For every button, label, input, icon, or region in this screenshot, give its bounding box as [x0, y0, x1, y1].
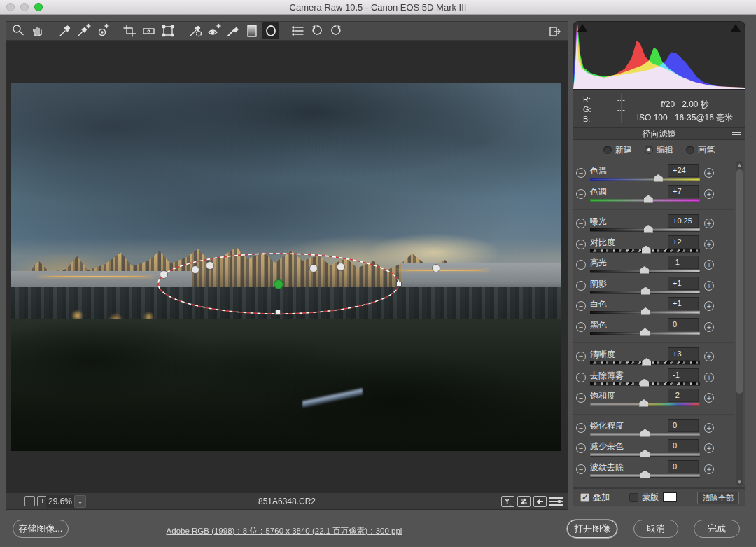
scrollbar-thumb[interactable]	[736, 169, 743, 394]
zoom-level-dropdown-icon[interactable]: ⌄	[74, 495, 86, 508]
before-after-view-button[interactable]: Y.	[501, 496, 514, 507]
increase-icon[interactable]: +	[704, 443, 714, 453]
mask-checkbox[interactable]	[629, 493, 638, 502]
increase-icon[interactable]: +	[704, 281, 714, 291]
filter-pin-selected[interactable]	[274, 280, 284, 289]
transform-tool-icon[interactable]	[159, 22, 176, 39]
scrollbar[interactable]: ▲ ▼	[736, 161, 743, 486]
slider-value-input[interactable]: +0.25	[668, 214, 699, 228]
decrease-icon[interactable]: −	[576, 189, 586, 199]
slider-track[interactable]	[590, 361, 700, 364]
slider-thumb[interactable]	[644, 225, 653, 233]
targeted-adjustment-icon[interactable]	[94, 22, 111, 39]
increase-icon[interactable]: +	[704, 240, 714, 249]
panel-menu-icon[interactable]	[732, 131, 741, 139]
slider-track[interactable]	[590, 199, 700, 202]
increase-icon[interactable]: +	[704, 301, 714, 311]
spot-removal-icon[interactable]	[186, 22, 204, 39]
red-eye-removal-icon[interactable]	[205, 22, 223, 39]
filter-resize-handle[interactable]	[276, 310, 281, 315]
slider-thumb[interactable]	[640, 471, 650, 478]
slider-thumb[interactable]	[642, 246, 651, 254]
slider-track[interactable]	[590, 332, 700, 335]
decrease-icon[interactable]: −	[576, 423, 586, 433]
slider-thumb[interactable]	[642, 358, 651, 366]
decrease-icon[interactable]: −	[576, 464, 586, 474]
slider-value-input[interactable]: 0	[668, 460, 699, 473]
slider-value-input[interactable]: +24	[668, 164, 699, 177]
increase-icon[interactable]: +	[704, 373, 714, 382]
decrease-icon[interactable]: −	[576, 281, 586, 291]
decrease-icon[interactable]: −	[576, 393, 586, 403]
slider-track[interactable]	[590, 228, 700, 231]
increase-icon[interactable]: +	[704, 168, 714, 178]
radio-icon[interactable]	[686, 146, 694, 154]
decrease-icon[interactable]: −	[576, 352, 586, 361]
zoom-tool-icon[interactable]	[10, 22, 27, 39]
increase-icon[interactable]: +	[704, 393, 714, 403]
filter-mode-option[interactable]: 画笔	[686, 144, 715, 156]
photo-preview[interactable]	[11, 83, 561, 451]
done-button[interactable]: 完成	[694, 520, 740, 538]
close-window-button[interactable]	[6, 3, 15, 11]
presets-menu-icon[interactable]	[289, 22, 307, 39]
slider-thumb[interactable]	[640, 379, 649, 387]
slider-thumb[interactable]	[641, 307, 650, 315]
slider-thumb[interactable]	[640, 266, 649, 274]
decrease-icon[interactable]: −	[576, 322, 586, 332]
decrease-icon[interactable]: −	[576, 260, 586, 270]
slider-thumb[interactable]	[644, 195, 653, 203]
slider-thumb[interactable]	[640, 450, 650, 457]
slider-value-input[interactable]: +2	[668, 235, 699, 249]
decrease-icon[interactable]: −	[576, 373, 586, 382]
slider-track[interactable]	[590, 382, 700, 385]
filter-pin[interactable]	[433, 265, 440, 272]
scroll-up-icon[interactable]: ▲	[736, 162, 743, 168]
slider-track[interactable]	[590, 433, 700, 436]
increase-icon[interactable]: +	[704, 322, 714, 332]
filter-pin[interactable]	[310, 265, 318, 272]
increase-icon[interactable]: +	[704, 352, 714, 361]
white-balance-eyedropper-icon[interactable]	[56, 22, 74, 39]
adjustment-brush-icon[interactable]	[224, 22, 241, 39]
image-settings-link[interactable]: Adobe RGB (1998)；8 位；5760 x 3840 (22.1 百…	[167, 527, 402, 535]
zoom-window-button[interactable]	[34, 3, 43, 11]
minimize-window-button[interactable]	[20, 3, 29, 11]
filter-pin[interactable]	[192, 266, 200, 274]
filter-mode-option[interactable]: 新建	[603, 144, 632, 156]
graduated-filter-icon[interactable]	[243, 22, 260, 39]
filter-pin[interactable]	[337, 263, 345, 271]
decrease-icon[interactable]: −	[576, 443, 586, 453]
increase-icon[interactable]: +	[704, 219, 714, 228]
slider-thumb[interactable]	[641, 287, 650, 295]
open-image-button[interactable]: 打开图像	[567, 520, 617, 538]
copy-settings-button[interactable]	[533, 496, 547, 507]
slider-track[interactable]	[590, 270, 700, 272]
increase-icon[interactable]: +	[704, 189, 714, 199]
slider-track[interactable]	[590, 249, 700, 252]
filter-pin[interactable]	[206, 262, 214, 270]
slider-value-input[interactable]: -1	[668, 368, 699, 382]
decrease-icon[interactable]: −	[576, 301, 586, 311]
slider-value-input[interactable]: -2	[668, 389, 699, 402]
slider-thumb[interactable]	[654, 174, 663, 182]
toggle-fullscreen-icon[interactable]	[545, 24, 564, 39]
clear-all-button[interactable]: 清除全部	[697, 492, 739, 504]
decrease-icon[interactable]: −	[576, 168, 586, 178]
histogram[interactable]	[573, 21, 746, 90]
radial-filter-icon[interactable]	[262, 22, 279, 39]
slider-value-input[interactable]: +1	[668, 297, 699, 310]
decrease-icon[interactable]: −	[576, 240, 586, 249]
filter-pin[interactable]	[160, 271, 168, 279]
highlight-clipping-icon[interactable]	[731, 24, 741, 32]
slider-track[interactable]	[590, 178, 700, 181]
zoom-level-value[interactable]: 29.6%	[46, 495, 74, 508]
cancel-button[interactable]: 取消	[634, 520, 678, 538]
swap-before-after-button[interactable]	[517, 496, 531, 507]
shadow-clipping-icon[interactable]	[578, 24, 587, 32]
slider-track[interactable]	[590, 403, 700, 406]
increase-icon[interactable]: +	[704, 464, 714, 474]
scroll-down-icon[interactable]: ▼	[736, 479, 743, 485]
slider-track[interactable]	[590, 311, 700, 314]
filter-mode-selected[interactable]: 编辑	[645, 144, 673, 156]
